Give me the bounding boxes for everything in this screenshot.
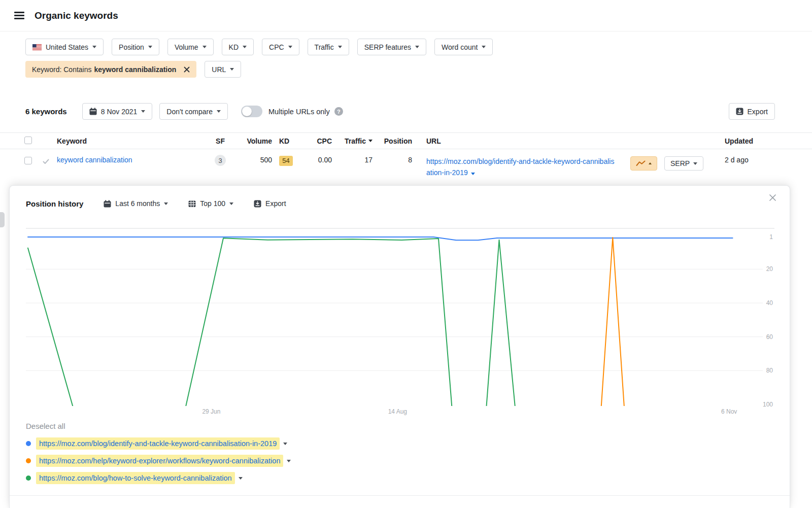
multiple-urls-toggle[interactable] [241,106,262,117]
keyword-link[interactable]: keyword cannibalization [57,156,132,164]
position-history-chart: 12040608010029 Jun14 Aug6 Nov [26,228,774,417]
multiple-urls-label: Multiple URLs only [268,108,330,116]
filter-row-active: Keyword: Contains keyword cannibalizatio… [25,61,792,78]
help-icon[interactable] [334,107,343,116]
svg-text:80: 80 [766,367,773,374]
serp-features-filter-label: SERP features [364,43,411,51]
sf-badge: 3 [215,155,226,166]
chevron-down-icon [92,46,96,48]
volume-filter-label: Volume [175,43,198,51]
col-header-url[interactable]: URL [412,137,615,145]
legend-url-link[interactable]: https://moz.com/blog/how-to-solve-keywor… [36,472,235,484]
word-count-filter[interactable]: Word count [434,39,493,55]
keyword-filter-chip[interactable]: Keyword: Contains keyword cannibalizatio… [25,61,196,78]
chevron-down-icon[interactable] [471,173,475,175]
url-filter[interactable]: URL [205,61,241,78]
deselect-all-link[interactable]: Deselect all [26,422,65,430]
chevron-down-icon[interactable] [283,443,287,445]
cpc-filter[interactable]: CPC [262,39,299,55]
close-icon[interactable] [769,194,776,201]
svg-text:6 Nov: 6 Nov [721,408,737,415]
position-history-panel: Position history Last 6 months Top 100 [9,185,790,508]
check-icon [43,158,57,166]
kd-badge: 54 [279,156,293,166]
chevron-down-icon [693,162,697,165]
chevron-down-icon [217,110,221,113]
panel-divider [10,495,790,496]
select-all-checkbox[interactable] [24,137,32,144]
col-header-kd[interactable]: KD [272,137,298,145]
chevron-down-icon[interactable] [287,460,291,462]
history-range-label: Last 6 months [115,199,160,208]
serp-button[interactable]: SERP [664,156,703,171]
keywords-table: Keyword SF Volume KD CPC Traffic Positio… [0,132,812,179]
col-header-traffic[interactable]: Traffic [332,137,373,145]
history-export-label: Export [265,199,286,208]
export-button[interactable]: Export [729,103,775,120]
remove-filter-icon[interactable] [184,66,190,73]
history-export-button[interactable]: Export [254,199,286,208]
keyword-filter-chip-value: keyword cannibalization [94,65,177,74]
country-filter-label: United States [46,43,88,51]
legend-url-link[interactable]: https://moz.com/help/keyword-explorer/wo… [36,455,283,467]
col-header-position[interactable]: Position [373,137,412,145]
volume-filter[interactable]: Volume [167,39,214,55]
url-filter-label: URL [212,65,226,74]
calendar-icon [104,200,111,208]
serp-features-filter[interactable]: SERP features [357,39,426,55]
filter-row-primary: United States Position Volume KD CPC Tra… [25,39,792,55]
position-history-header: Position history Last 6 months Top 100 [26,197,773,210]
svg-text:100: 100 [763,401,773,408]
country-filter[interactable]: United States [25,39,104,55]
position-filter[interactable]: Position [112,39,159,55]
row-checkbox[interactable] [24,157,32,164]
svg-text:20: 20 [766,265,773,273]
history-depth-label: Top 100 [200,199,225,208]
chevron-up-icon [649,162,652,164]
col-header-updated[interactable]: Updated [706,137,812,145]
table-grid-icon [188,200,196,208]
position-history-title: Position history [26,199,83,208]
chevron-down-icon [243,46,247,48]
col-header-sf[interactable]: SF [209,137,231,145]
chevron-down-icon[interactable] [239,477,243,480]
sort-descending-icon [368,140,373,142]
result-url-link[interactable]: https://moz.com/blog/identify-and-tackle… [426,157,614,177]
serp-button-label: SERP [670,159,690,167]
traffic-value: 17 [332,156,373,164]
kd-filter-label: KD [229,43,239,51]
us-flag-icon [32,44,42,50]
series-color-dot [26,441,31,446]
traffic-filter-label: Traffic [315,43,334,51]
app-header: Organic keywords [0,0,812,31]
toggle-knob [242,107,252,116]
col-header-cpc[interactable]: CPC [298,137,332,145]
results-toolbar: 6 keywords 8 Nov 2021 Don't compare Mult… [25,103,775,120]
page-title: Organic keywords [35,10,118,21]
panel-drag-handle [0,212,5,227]
kd-filter[interactable]: KD [222,39,254,55]
svg-text:1: 1 [769,233,773,241]
chevron-down-icon [482,46,486,48]
traffic-filter[interactable]: Traffic [308,39,349,55]
chart-legend: https://moz.com/blog/identify-and-tackle… [26,437,773,485]
date-picker-button[interactable]: 8 Nov 2021 [82,103,153,120]
position-history-toggle-button[interactable] [630,156,657,171]
history-range-button[interactable]: Last 6 months [104,199,168,208]
svg-text:40: 40 [766,299,773,307]
legend-url-link[interactable]: https://moz.com/blog/identify-and-tackle… [36,437,280,450]
position-value: 8 [373,156,412,164]
col-header-keyword[interactable]: Keyword [57,137,209,145]
trend-line-icon [636,160,646,166]
compare-mode-button[interactable]: Don't compare [159,103,228,120]
row-actions: SERP [615,156,706,171]
col-header-volume[interactable]: Volume [231,137,272,145]
chevron-down-icon [164,202,168,205]
menu-icon[interactable] [14,12,24,19]
chevron-down-icon [202,46,207,48]
updated-value: 2 d ago [706,156,812,164]
history-depth-button[interactable]: Top 100 [188,199,233,208]
series-color-dot [26,476,31,481]
cpc-value: 0.00 [298,156,332,164]
series-color-dot [26,458,31,463]
